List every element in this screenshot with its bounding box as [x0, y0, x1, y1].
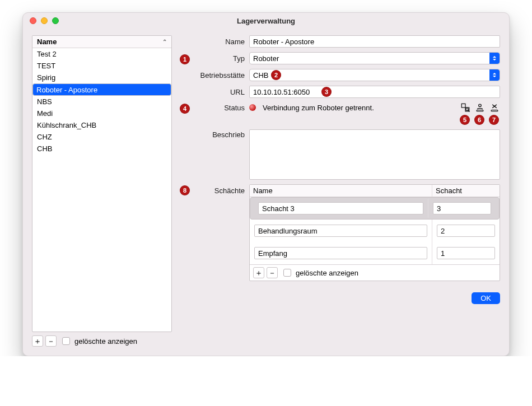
label-url: URL: [183, 88, 245, 96]
slots-show-deleted-label: gelöschte anzeigen: [296, 269, 358, 277]
remove-stock-button[interactable]: －: [45, 335, 57, 347]
stock-list-item[interactable]: TEST: [32, 60, 171, 72]
label-site: Betriebsstätte: [183, 71, 245, 80]
url-field[interactable]: 10.10.10.51:6050 3: [249, 86, 500, 98]
slots-col-slot: Schacht: [432, 185, 500, 197]
clear-stock-button[interactable]: [489, 102, 500, 113]
dialog-window: Lagerverwaltung Name ⌃ Test 2TESTSpirigR…: [22, 12, 510, 356]
stock-list-item[interactable]: Roboter - Apostore: [32, 83, 171, 96]
slot-number-field[interactable]: 3: [433, 202, 491, 214]
callout-8: 8: [180, 185, 190, 195]
slot-row[interactable]: Empfang1: [250, 242, 500, 264]
callout-1: 1: [180, 54, 190, 64]
callout-4: 4: [180, 104, 190, 114]
slot-row[interactable]: Behandlungsraum2: [250, 220, 500, 242]
svg-rect-0: [461, 104, 465, 108]
label-type: Typ 1: [183, 54, 245, 63]
clear-stock-icon: [489, 102, 500, 113]
slot-number-field[interactable]: 2: [437, 225, 495, 237]
slot-row[interactable]: Schacht 33: [250, 197, 500, 220]
callout-5: 5: [460, 115, 470, 125]
add-slot-button[interactable]: ＋: [253, 267, 264, 278]
show-deleted-checkbox[interactable]: [62, 337, 70, 345]
slots-table: Name Schacht Schacht 33Behandlungsraum2E…: [249, 184, 500, 281]
stock-list-item[interactable]: Kühlschrank_CHB: [32, 119, 171, 131]
slot-name-field[interactable]: Empfang: [254, 247, 427, 259]
remove-slot-button[interactable]: －: [267, 267, 278, 278]
slots-header[interactable]: Name Schacht: [250, 185, 500, 197]
stock-list-header[interactable]: Name ⌃: [32, 36, 171, 48]
upload-stock-icon: [475, 102, 485, 113]
callout-6: 6: [474, 115, 484, 125]
name-value: Roboter - Apostore: [253, 38, 314, 46]
label-name: Name: [183, 38, 245, 46]
description-textarea[interactable]: [249, 129, 500, 180]
select-caret-icon: [489, 69, 500, 81]
svg-rect-5: [477, 110, 483, 111]
label-slots: Schächte 8: [183, 184, 245, 195]
titlebar: Lagerverwaltung: [23, 13, 509, 29]
label-desc: Beschrieb: [183, 129, 245, 139]
select-caret-icon: [489, 53, 500, 64]
status-text: Verbindung zum Roboter getrennt.: [263, 104, 374, 112]
name-field[interactable]: Roboter - Apostore: [249, 35, 500, 48]
site-select[interactable]: CHB 2: [249, 69, 500, 81]
stock-list-item[interactable]: NBS: [32, 96, 171, 108]
stock-list-item[interactable]: Test 2: [32, 48, 171, 60]
slot-name-field[interactable]: Schacht 3: [258, 202, 423, 214]
svg-point-2: [466, 108, 469, 111]
status-indicator-icon: [249, 104, 256, 111]
slots-col-name: Name: [250, 185, 432, 197]
slot-number-field[interactable]: 1: [437, 247, 495, 259]
stock-list-item[interactable]: CHB: [32, 143, 171, 155]
svg-rect-8: [491, 110, 498, 111]
callout-3: 3: [321, 87, 332, 97]
label-status: Status 4: [183, 104, 245, 112]
stock-list-item[interactable]: Medi: [32, 108, 171, 119]
url-value: 10.10.10.51:6050: [253, 88, 310, 96]
type-value: Roboter: [253, 54, 279, 63]
stock-list: Name ⌃ Test 2TESTSpirigRoboter - Apostor…: [32, 35, 172, 332]
callout-2: 2: [271, 70, 281, 80]
stock-list-item[interactable]: Spirig: [32, 72, 171, 83]
add-stock-button[interactable]: ＋: [32, 335, 43, 347]
slots-show-deleted-checkbox[interactable]: [283, 269, 291, 277]
window-title: Lagerverwaltung: [23, 17, 509, 25]
slot-name-field[interactable]: Behandlungsraum: [254, 225, 427, 237]
stock-list-header-label: Name: [37, 38, 57, 46]
stock-query-icon: [460, 102, 470, 113]
upload-stock-button[interactable]: [474, 102, 486, 113]
show-deleted-label: gelöschte anzeigen: [74, 337, 137, 346]
ok-button[interactable]: OK: [472, 292, 500, 304]
type-select[interactable]: Roboter: [249, 52, 500, 64]
callout-7: 7: [489, 115, 499, 125]
sort-chevron-icon: ⌃: [162, 39, 167, 45]
stock-query-button[interactable]: [460, 102, 471, 113]
stock-list-item[interactable]: CHZ: [32, 131, 171, 143]
site-value: CHB: [253, 71, 268, 80]
svg-point-4: [479, 104, 482, 107]
